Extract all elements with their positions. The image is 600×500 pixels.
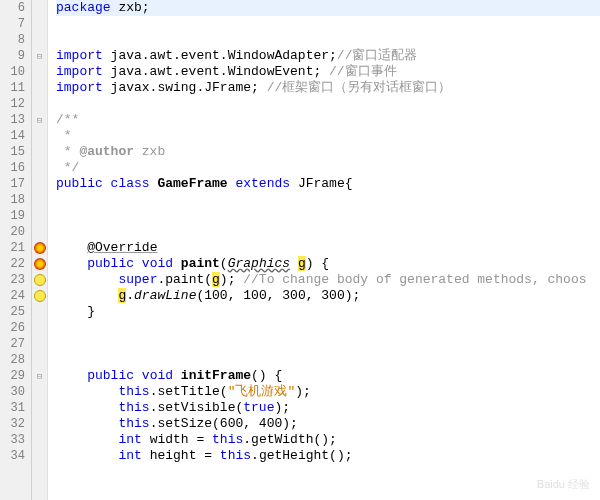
marker-gutter: ⊟⊟⊟ <box>32 0 48 500</box>
code-line[interactable]: this.setTitle("飞机游戏"); <box>56 384 600 400</box>
code-token: int <box>118 432 149 447</box>
watermark: Baidu 经验 <box>537 477 590 492</box>
code-line[interactable] <box>56 192 600 208</box>
line-number: 9 <box>0 48 25 64</box>
marker-slot: ⊟ <box>32 112 47 128</box>
code-token <box>56 240 87 255</box>
code-line[interactable]: * @author zxb <box>56 144 600 160</box>
line-number: 28 <box>0 352 25 368</box>
code-token: paint <box>181 256 220 271</box>
code-line[interactable] <box>56 208 600 224</box>
code-token: ( <box>220 256 228 271</box>
marker-slot <box>32 272 47 288</box>
code-token: .getHeight(); <box>251 448 352 463</box>
marker-slot <box>32 224 47 240</box>
code-line[interactable]: import javax.swing.JFrame; //框架窗口（另有对话框窗… <box>56 80 600 96</box>
code-line[interactable]: super.paint(g); //To change body of gene… <box>56 272 600 288</box>
code-token: "飞机游戏" <box>228 384 296 399</box>
code-token: width = <box>150 432 212 447</box>
code-token: @author <box>79 144 134 159</box>
code-editor[interactable]: 6789101112131415161718192021222324252627… <box>0 0 600 500</box>
code-line[interactable]: /** <box>56 112 600 128</box>
code-line[interactable] <box>56 224 600 240</box>
marker-slot <box>32 144 47 160</box>
code-line[interactable] <box>56 32 600 48</box>
marker-slot <box>32 64 47 80</box>
code-token: int <box>118 448 149 463</box>
code-token: this <box>118 416 149 431</box>
code-token: //窗口适配器 <box>337 48 418 63</box>
code-token: */ <box>56 160 79 175</box>
line-number: 11 <box>0 80 25 96</box>
code-line[interactable] <box>56 320 600 336</box>
code-line[interactable]: int width = this.getWidth(); <box>56 432 600 448</box>
code-token <box>56 256 87 271</box>
code-line[interactable]: int height = this.getHeight(); <box>56 448 600 464</box>
code-token: super <box>118 272 157 287</box>
marker-slot <box>32 336 47 352</box>
warning-icon[interactable] <box>34 290 46 302</box>
code-area[interactable]: package zxb;import java.awt.event.Window… <box>48 0 600 500</box>
code-token: .setVisible( <box>150 400 244 415</box>
fold-toggle-icon[interactable]: ⊟ <box>37 51 42 62</box>
code-line[interactable]: @Override <box>56 240 600 256</box>
code-line[interactable] <box>56 96 600 112</box>
line-number: 7 <box>0 16 25 32</box>
marker-slot <box>32 32 47 48</box>
code-token: ); <box>274 400 290 415</box>
code-line[interactable] <box>56 336 600 352</box>
marker-slot <box>32 352 47 368</box>
line-number: 25 <box>0 304 25 320</box>
marker-slot <box>32 384 47 400</box>
code-token: //框架窗口（另有对话框窗口） <box>267 80 452 95</box>
code-line[interactable] <box>56 352 600 368</box>
code-line[interactable] <box>56 16 600 32</box>
line-number: 26 <box>0 320 25 336</box>
code-token: package <box>56 0 118 15</box>
code-line[interactable]: this.setVisible(true); <box>56 400 600 416</box>
marker-slot <box>32 176 47 192</box>
code-line[interactable]: } <box>56 304 600 320</box>
marker-slot <box>32 256 47 272</box>
code-token: * <box>56 144 79 159</box>
code-token: g <box>212 272 220 287</box>
fold-toggle-icon[interactable]: ⊟ <box>37 371 42 382</box>
code-token <box>56 448 118 463</box>
lightbulb-icon[interactable] <box>34 242 46 254</box>
code-line[interactable]: */ <box>56 160 600 176</box>
lightbulb-icon[interactable] <box>34 258 46 270</box>
line-number: 34 <box>0 448 25 464</box>
code-token: JFrame{ <box>298 176 353 191</box>
code-line[interactable]: import java.awt.event.WindowEvent; //窗口事… <box>56 64 600 80</box>
code-line[interactable]: this.setSize(600, 400); <box>56 416 600 432</box>
code-line[interactable]: * <box>56 128 600 144</box>
code-line[interactable]: public void paint(Graphics g) { <box>56 256 600 272</box>
warning-icon[interactable] <box>34 274 46 286</box>
code-token: () { <box>251 368 282 383</box>
code-line[interactable]: import java.awt.event.WindowAdapter;//窗口… <box>56 48 600 64</box>
code-token: } <box>56 304 95 319</box>
code-token <box>56 400 118 415</box>
line-number: 32 <box>0 416 25 432</box>
fold-toggle-icon[interactable]: ⊟ <box>37 115 42 126</box>
line-number: 24 <box>0 288 25 304</box>
code-line[interactable]: public void initFrame() { <box>56 368 600 384</box>
line-number: 18 <box>0 192 25 208</box>
code-line[interactable]: g.drawLine(100, 100, 300, 300); <box>56 288 600 304</box>
code-token: drawLine <box>134 288 196 303</box>
code-token: .setSize(600, 400); <box>150 416 298 431</box>
code-token: this <box>118 384 149 399</box>
code-token: java.awt.event.WindowEvent; <box>111 64 329 79</box>
code-line[interactable]: package zxb; <box>56 0 600 16</box>
code-token: @Override <box>87 240 157 255</box>
marker-slot <box>32 448 47 464</box>
code-token: this <box>118 400 149 415</box>
code-token: import <box>56 80 111 95</box>
code-token: zxb <box>134 144 165 159</box>
code-token <box>56 272 118 287</box>
line-number: 30 <box>0 384 25 400</box>
code-token: import <box>56 48 111 63</box>
code-token <box>56 368 87 383</box>
code-line[interactable]: public class GameFrame extends JFrame{ <box>56 176 600 192</box>
line-number: 21 <box>0 240 25 256</box>
